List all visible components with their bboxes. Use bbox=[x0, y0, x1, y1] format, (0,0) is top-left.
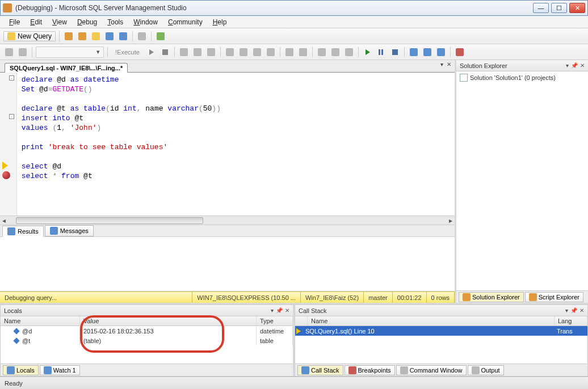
sql-tb-15[interactable] bbox=[343, 46, 355, 58]
tab-command-window[interactable]: Command Window bbox=[396, 365, 467, 375]
tb-icon-1[interactable] bbox=[63, 31, 74, 42]
menu-file[interactable]: File bbox=[5, 17, 24, 27]
editor-tab-active[interactable]: SQLQuery1.sql - WIN7_IE8\...\F...ing...* bbox=[5, 63, 128, 73]
results-grid bbox=[0, 237, 455, 291]
sql-tb-2[interactable] bbox=[17, 46, 28, 58]
parse-icon[interactable] bbox=[178, 46, 190, 58]
panel-pin-icon[interactable]: 📌 bbox=[571, 62, 578, 69]
tb-icon-6[interactable] bbox=[136, 31, 148, 42]
sql-tb-10[interactable] bbox=[265, 46, 276, 58]
sql-tb-13[interactable] bbox=[316, 46, 327, 58]
breakpoints-icon[interactable] bbox=[454, 46, 465, 58]
menu-tools[interactable]: Tools bbox=[103, 17, 128, 27]
locals-row[interactable]: @t (table) table bbox=[1, 336, 293, 345]
callstack-tabs: Call Stack Breakpoints Command Window Ou… bbox=[295, 363, 587, 376]
sql-tb-1[interactable] bbox=[3, 46, 15, 58]
save-all-icon[interactable] bbox=[117, 31, 129, 42]
pause-icon[interactable] bbox=[376, 46, 387, 58]
tab-locals[interactable]: Locals bbox=[3, 365, 39, 375]
tb-icon-3[interactable] bbox=[90, 31, 102, 42]
panel-close-icon[interactable]: ✕ bbox=[285, 307, 289, 314]
tab-callstack[interactable]: Call Stack bbox=[297, 365, 343, 375]
sql-tb-12[interactable] bbox=[297, 46, 309, 58]
watch-icon bbox=[44, 366, 52, 374]
window-titlebar: (Debugging) - Microsoft SQL Server Manag… bbox=[0, 0, 588, 16]
tab-dropdown-icon[interactable]: ▾ bbox=[440, 61, 443, 67]
panel-close-icon[interactable]: ✕ bbox=[579, 307, 584, 314]
execute-button[interactable]: ! Execute bbox=[111, 46, 144, 58]
breakpoints-tab-icon bbox=[348, 366, 356, 374]
locals-row[interactable]: @d 2015-02-16 18:02:36.153 datetime bbox=[1, 326, 293, 336]
new-query-button[interactable]: New Query bbox=[3, 31, 56, 41]
step-into-icon[interactable] bbox=[408, 46, 419, 58]
callstack-row[interactable]: SQLQuery1.sql() Line 10 Trans bbox=[295, 326, 587, 336]
sql-tb-11[interactable] bbox=[284, 46, 295, 58]
panel-pin-icon[interactable]: 📌 bbox=[570, 307, 577, 314]
sql-tb-14[interactable] bbox=[330, 46, 341, 58]
tab-output[interactable]: Output bbox=[468, 365, 504, 375]
callstack-col-lang[interactable]: Lang bbox=[555, 316, 587, 325]
db-combo[interactable]: ▾ bbox=[36, 46, 104, 58]
step-out-icon[interactable] bbox=[435, 46, 447, 58]
save-icon[interactable] bbox=[104, 31, 115, 42]
menu-community[interactable]: Community bbox=[163, 17, 207, 27]
locals-col-name[interactable]: Name bbox=[1, 316, 80, 325]
tab-solution-explorer[interactable]: Solution Explorer bbox=[459, 292, 524, 302]
current-line-arrow-icon bbox=[2, 162, 10, 170]
menu-debug[interactable]: Debug bbox=[73, 17, 102, 27]
maximize-button[interactable]: ☐ bbox=[551, 3, 567, 13]
tab-script-explorer[interactable]: Script Explorer bbox=[525, 292, 583, 302]
panel-close-icon[interactable]: ✕ bbox=[580, 62, 585, 69]
tab-breakpoints[interactable]: Breakpoints bbox=[345, 365, 395, 375]
callstack-title: Call Stack bbox=[299, 307, 327, 314]
panel-dropdown-icon[interactable]: ▾ bbox=[565, 307, 568, 314]
menu-bar: File Edit View Debug Tools Window Commun… bbox=[0, 16, 588, 28]
menu-window[interactable]: Window bbox=[129, 17, 162, 27]
panel-pin-icon[interactable]: 📌 bbox=[276, 307, 283, 314]
results-tabstrip: Results Messages bbox=[0, 225, 455, 237]
sql-tb-8[interactable] bbox=[238, 46, 249, 58]
code-editor[interactable]: - - declare @d as datetime Set @d=GETDAT… bbox=[0, 73, 455, 215]
tab-results[interactable]: Results bbox=[2, 226, 44, 237]
fold-icon[interactable]: - bbox=[9, 75, 14, 81]
current-frame-arrow-icon bbox=[296, 328, 301, 334]
locals-col-type[interactable]: Type bbox=[257, 316, 293, 325]
panel-dropdown-icon[interactable]: ▾ bbox=[271, 307, 274, 314]
fold-icon[interactable]: - bbox=[9, 114, 14, 119]
tab-watch[interactable]: Watch 1 bbox=[40, 365, 80, 375]
solution-label: Solution 'Solution1' (0 projects) bbox=[470, 74, 556, 81]
solution-node[interactable]: Solution 'Solution1' (0 projects) bbox=[460, 74, 585, 82]
sql-tb-7[interactable] bbox=[224, 46, 236, 58]
debug-play-icon[interactable] bbox=[146, 46, 157, 58]
tab-messages[interactable]: Messages bbox=[45, 225, 94, 236]
code-content[interactable]: declare @d as datetime Set @d=GETDATE() … bbox=[15, 73, 455, 215]
sql-tb-6[interactable] bbox=[205, 46, 217, 58]
editor-hscrollbar[interactable]: ◂ ▸ bbox=[0, 215, 455, 225]
sql-tb-9[interactable] bbox=[251, 46, 263, 58]
solution-explorer-tree[interactable]: Solution 'Solution1' (0 projects) bbox=[456, 71, 588, 290]
new-query-icon bbox=[7, 32, 15, 40]
new-query-label: New Query bbox=[18, 32, 52, 40]
stop-debug-icon[interactable] bbox=[389, 46, 401, 58]
continue-icon[interactable] bbox=[362, 46, 373, 58]
callstack-col-name[interactable]: Name bbox=[308, 316, 555, 325]
stop-icon[interactable] bbox=[159, 46, 171, 58]
solution-explorer-header: Solution Explorer ▾ 📌 ✕ bbox=[456, 60, 588, 71]
tab-close-icon[interactable]: ✕ bbox=[447, 61, 451, 67]
locals-col-value[interactable]: Value bbox=[80, 316, 257, 325]
close-button[interactable]: ✕ bbox=[569, 3, 585, 13]
menu-help[interactable]: Help bbox=[208, 17, 232, 27]
panel-dropdown-icon[interactable]: ▾ bbox=[566, 62, 569, 69]
menu-edit[interactable]: Edit bbox=[26, 17, 47, 27]
locals-tabs: Locals Watch 1 bbox=[1, 363, 293, 376]
callstack-frame-lang: Trans bbox=[555, 328, 587, 335]
activity-icon[interactable] bbox=[155, 31, 166, 42]
breakpoint-icon[interactable] bbox=[2, 171, 10, 179]
step-over-icon[interactable] bbox=[422, 46, 433, 58]
editor-gutter: - - bbox=[0, 73, 17, 215]
menu-view[interactable]: View bbox=[48, 17, 72, 27]
tb-icon-2[interactable] bbox=[77, 31, 88, 42]
sql-tb-5[interactable] bbox=[192, 46, 203, 58]
minimize-button[interactable]: — bbox=[533, 3, 549, 13]
messages-icon bbox=[50, 227, 58, 235]
